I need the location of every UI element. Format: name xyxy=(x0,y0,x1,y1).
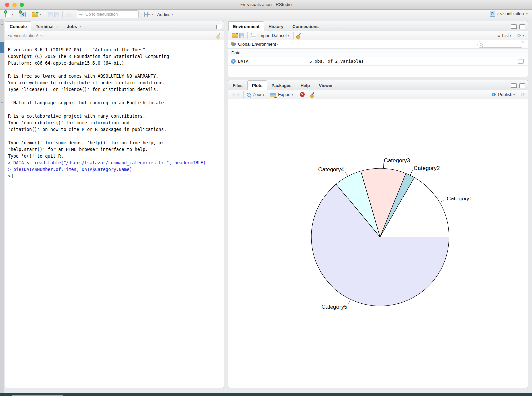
project-menu[interactable]: R r-visualization ▾ xyxy=(490,11,529,17)
pie-label-leader xyxy=(384,163,384,168)
goto-file-search[interactable]: ↪ xyxy=(77,10,139,18)
export-plot-button[interactable]: Export ▾ xyxy=(270,92,294,97)
tab-history[interactable]: History xyxy=(264,22,288,31)
zoom-icon xyxy=(247,93,251,97)
refresh-dropdown[interactable]: ▾ xyxy=(522,34,524,37)
view-mode-button[interactable]: List xyxy=(502,33,509,38)
tab-help[interactable]: Help xyxy=(296,81,314,90)
console-body[interactable]: R version 3.6.1 (2019-07-05) -- "Action … xyxy=(5,40,224,388)
console-commands: > DATA <- read.table("/Users/lsalazar/co… xyxy=(8,160,224,173)
save-button[interactable] xyxy=(48,12,53,17)
goto-arrow-icon: ↪ xyxy=(79,12,83,17)
plots-panel: Files Plots Packages Help Viewer Zoom Ex… xyxy=(228,80,528,388)
tab-environment[interactable]: Environment xyxy=(228,21,264,32)
console-header: ~/r-visualization/ ↪ xyxy=(5,31,224,40)
object-summary: 5 obs. of 2 variables xyxy=(309,59,364,64)
new-file-button[interactable] xyxy=(5,12,10,17)
refresh-environment-icon[interactable]: ⟳ xyxy=(517,33,522,38)
save-workspace-button[interactable] xyxy=(239,33,244,38)
new-file-icon xyxy=(5,12,10,17)
addins-dropdown[interactable]: ▾ xyxy=(171,13,173,16)
tab-jobs[interactable]: Jobs× xyxy=(63,22,86,31)
environment-object-row[interactable]: ▸ DATA 5 obs. of 2 variables xyxy=(228,57,528,66)
background-window-sliver xyxy=(0,19,4,393)
pane-layout-icon xyxy=(144,12,150,17)
view-data-icon[interactable] xyxy=(518,59,524,64)
publish-button[interactable]: Publish xyxy=(498,92,512,97)
environment-scope-row: Global Environment ▾ xyxy=(228,40,528,49)
save-icon xyxy=(48,12,53,17)
pie-label: Category4 xyxy=(318,166,344,173)
tab-packages[interactable]: Packages xyxy=(267,81,296,90)
plots-tabbar: Files Plots Packages Help Viewer xyxy=(228,80,528,91)
save-all-icon xyxy=(54,12,59,17)
pie-label: Category5 xyxy=(321,304,347,310)
save-all-button[interactable] xyxy=(54,12,59,17)
import-dataset-button[interactable]: Import Dataset ▾ xyxy=(251,33,290,38)
tab-terminal[interactable]: Terminal× xyxy=(31,22,63,31)
working-directory: ~/r-visualization/ xyxy=(8,33,38,38)
tab-console[interactable]: Console xyxy=(5,21,31,32)
print-icon xyxy=(66,13,71,17)
project-dropdown[interactable]: ▾ xyxy=(526,12,528,16)
publish-dropdown[interactable]: ▾ xyxy=(513,93,515,96)
clear-console-icon[interactable] xyxy=(216,33,221,38)
console-command: > DATA <- read.table("/Users/lsalazar/co… xyxy=(8,160,224,166)
text-cursor xyxy=(12,174,13,178)
main-toolbar: ▾ R ▾ ↪ ▾ Addins ▾ R r-visualization ▾ xyxy=(0,10,532,19)
open-folder-icon xyxy=(32,13,38,17)
maximize-pane-icon[interactable] xyxy=(519,24,525,29)
load-workspace-button[interactable] xyxy=(232,33,238,38)
zoom-plot-button[interactable]: Zoom xyxy=(247,92,264,97)
minimize-pane-icon[interactable] xyxy=(511,83,517,88)
back-arrow-icon xyxy=(232,92,235,97)
console-output: R version 3.6.1 (2019-07-05) -- "Action … xyxy=(8,47,224,160)
minimize-pane-icon[interactable] xyxy=(511,24,517,29)
pane-layout-dropdown[interactable]: ▾ xyxy=(152,13,154,16)
pie-label: Category3 xyxy=(384,157,410,164)
open-folder-icon xyxy=(232,34,238,38)
remove-plot-icon[interactable]: ✕ xyxy=(300,92,305,97)
expand-object-icon[interactable]: ▸ xyxy=(231,59,236,64)
publish-icon: ⟳ xyxy=(492,92,496,97)
console-prompt-line: > xyxy=(8,173,224,180)
previous-plot-button[interactable] xyxy=(232,92,235,97)
environment-scope-selector[interactable]: Global Environment xyxy=(238,42,276,47)
environment-panel: Environment History Connections Import D… xyxy=(228,21,528,77)
clear-all-plots-icon[interactable] xyxy=(310,92,315,97)
tab-plots[interactable]: Plots xyxy=(247,80,267,91)
print-button[interactable] xyxy=(66,12,71,17)
tab-close-icon[interactable]: × xyxy=(79,24,82,29)
environment-search-input[interactable] xyxy=(484,42,522,47)
environment-tabbar: Environment History Connections xyxy=(228,21,528,32)
tab-files[interactable]: Files xyxy=(228,81,247,90)
tab-viewer[interactable]: Viewer xyxy=(315,81,337,90)
list-view-icon: ≡ xyxy=(497,33,500,38)
search-icon xyxy=(480,43,483,46)
tab-connections[interactable]: Connections xyxy=(288,22,323,31)
tab-close-icon[interactable]: × xyxy=(56,24,58,29)
maximize-pane-icon[interactable] xyxy=(519,83,525,88)
pie-label: Category1 xyxy=(447,196,472,202)
pie-chart: Category1Category2Category3Category4Cate… xyxy=(228,99,528,388)
pane-layout-button[interactable] xyxy=(144,12,150,17)
pie-label-leader xyxy=(410,170,412,175)
view-mode-dropdown[interactable]: ▾ xyxy=(510,34,511,37)
goto-file-input[interactable] xyxy=(85,12,136,17)
new-file-dropdown[interactable]: ▾ xyxy=(12,13,13,16)
refresh-plot-icon[interactable]: ⟳ xyxy=(521,92,525,97)
next-plot-button[interactable] xyxy=(237,92,240,97)
clear-environment-icon[interactable] xyxy=(296,33,301,38)
console-tabbar: Console Terminal× Jobs× xyxy=(5,21,224,32)
goto-directory-icon[interactable]: ↪ xyxy=(40,33,44,38)
pie-label: Category2 xyxy=(414,165,440,171)
new-project-icon: R xyxy=(20,12,26,17)
environment-search[interactable] xyxy=(477,41,524,48)
addins-menu[interactable]: Addins xyxy=(157,12,171,17)
new-project-button[interactable]: R xyxy=(20,12,26,17)
maximize-pane-icon[interactable] xyxy=(216,25,221,29)
save-icon xyxy=(239,33,244,38)
open-file-button[interactable] xyxy=(32,12,38,17)
open-recent-dropdown[interactable]: ▾ xyxy=(40,13,42,16)
console-command: > pie(DATA$Number.of.Times, DATA$Categor… xyxy=(8,166,224,173)
